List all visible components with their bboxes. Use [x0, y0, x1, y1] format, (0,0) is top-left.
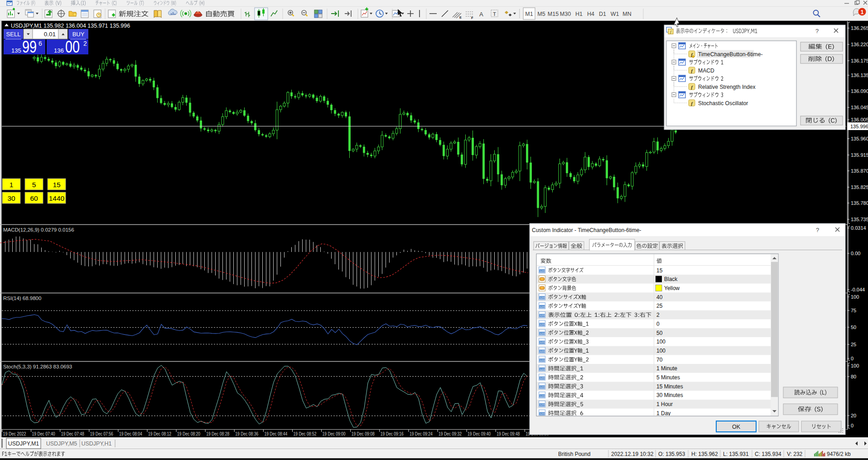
svg-text:MACD(12,26,9) 0.0279 0.0156: MACD(12,26,9) 0.0279 0.0156 — [3, 227, 74, 232]
svg-text:MN: MN — [622, 11, 631, 17]
svg-text:15: 15 — [53, 181, 60, 189]
svg-text:Relative Strength Index: Relative Strength Index — [698, 84, 756, 90]
svg-text:M15: M15 — [548, 11, 559, 17]
svg-text:136.090: 136.090 — [851, 88, 868, 94]
svg-text:2: 2 — [83, 40, 87, 47]
svg-text:123: 123 — [540, 412, 545, 415]
svg-text:123: 123 — [540, 368, 545, 371]
svg-text:123: 123 — [540, 305, 545, 308]
svg-text:1: 1 — [10, 181, 14, 189]
svg-text:123: 123 — [540, 340, 545, 344]
svg-text:25: 25 — [851, 342, 856, 347]
svg-text:136.175: 136.175 — [851, 58, 868, 63]
svg-text:136: 136 — [54, 47, 64, 54]
svg-text:Black: Black — [664, 276, 678, 282]
svg-text:O: 135.953: O: 135.953 — [658, 451, 685, 457]
svg-text:19 Dec 2022: 19 Dec 2022 — [3, 431, 26, 436]
svg-text:H4: H4 — [587, 11, 594, 17]
svg-text:100: 100 — [656, 339, 665, 345]
svg-text:Yellow: Yellow — [664, 285, 680, 291]
svg-text:19 Dec 08:04: 19 Dec 08:04 — [119, 431, 142, 436]
svg-text:Stochastic Oscillator: Stochastic Oscillator — [698, 100, 748, 107]
svg-text:50: 50 — [851, 324, 856, 330]
svg-text:00: 00 — [65, 38, 80, 56]
svg-text:V: 232: V: 232 — [787, 451, 803, 457]
svg-text:135.780: 135.780 — [851, 200, 868, 206]
svg-text:40: 40 — [656, 294, 663, 300]
svg-text:75: 75 — [851, 308, 856, 313]
svg-text:136.005: 136.005 — [851, 117, 868, 122]
svg-text:135.960: 135.960 — [851, 136, 868, 141]
svg-text:M5: M5 — [537, 11, 545, 17]
svg-text:9476/2 kb: 9476/2 kb — [827, 451, 851, 457]
svg-text:0: 0 — [851, 356, 854, 361]
svg-text:123: 123 — [540, 323, 545, 326]
svg-text:60: 60 — [30, 194, 38, 202]
svg-text:136.265: 136.265 — [851, 25, 868, 31]
svg-text:123: 123 — [540, 349, 545, 353]
svg-text:123: 123 — [540, 269, 545, 272]
svg-text:1 Minute: 1 Minute — [656, 365, 677, 372]
svg-text:100: 100 — [851, 363, 859, 368]
svg-text:2: 2 — [656, 312, 660, 318]
svg-text:70: 70 — [656, 357, 663, 363]
svg-text:123: 123 — [540, 296, 545, 299]
svg-text:H1: H1 — [575, 11, 583, 17]
svg-text:SELL: SELL — [6, 31, 21, 38]
svg-text:19 Dec 09:24: 19 Dec 09:24 — [410, 431, 433, 436]
svg-text:USDJPY,H1: USDJPY,H1 — [81, 441, 111, 447]
svg-text:100: 100 — [656, 348, 665, 354]
svg-text:123: 123 — [540, 376, 545, 379]
svg-text:W1: W1 — [611, 11, 619, 17]
svg-text:135.870: 135.870 — [851, 168, 868, 174]
svg-text:E: E — [459, 15, 462, 19]
svg-text:19 Dec 08:44: 19 Dec 08:44 — [264, 431, 287, 436]
svg-text:5: 5 — [32, 181, 36, 189]
svg-text:99: 99 — [22, 38, 37, 56]
svg-text:30 Minutes: 30 Minutes — [656, 392, 683, 398]
svg-text:123: 123 — [540, 394, 545, 397]
svg-text:19 Dec 08:12: 19 Dec 08:12 — [148, 431, 171, 436]
svg-text:MACD: MACD — [698, 68, 714, 74]
svg-text:20: 20 — [851, 413, 856, 418]
svg-text:136.135: 136.135 — [851, 73, 868, 78]
svg-text:100: 100 — [851, 294, 859, 300]
svg-text:6: 6 — [39, 40, 42, 47]
svg-text:0.01: 0.01 — [44, 31, 56, 38]
svg-text:0: 0 — [656, 321, 660, 327]
svg-text:19 Dec 08:28: 19 Dec 08:28 — [206, 431, 229, 436]
svg-text:F: F — [471, 16, 473, 20]
svg-text:RSI(14) 68.9800: RSI(14) 68.9800 — [3, 295, 41, 301]
svg-text:?: ? — [815, 28, 819, 34]
svg-text:USDJPY,M1 135.982 136.004 135: USDJPY,M1 135.982 136.004 135.971 135.99… — [11, 23, 130, 29]
svg-text:80: 80 — [851, 374, 856, 379]
svg-text:C: 135.934: C: 135.934 — [755, 451, 781, 457]
svg-text:136.220: 136.220 — [851, 42, 868, 47]
svg-text:19 Dec 09:00: 19 Dec 09:00 — [323, 431, 346, 436]
svg-text:30: 30 — [7, 194, 15, 202]
svg-text:19 Dec 08:36: 19 Dec 08:36 — [235, 431, 258, 436]
svg-text:19 Dec 09:48: 19 Dec 09:48 — [497, 431, 520, 436]
svg-text:19 Dec 09:08: 19 Dec 09:08 — [352, 431, 375, 436]
svg-text:A: A — [479, 11, 483, 18]
svg-text:135.825: 135.825 — [851, 184, 868, 190]
svg-text:135.996: 135.996 — [850, 124, 868, 129]
svg-text:5 Minutes: 5 Minutes — [656, 374, 680, 381]
svg-text:123: 123 — [540, 358, 545, 362]
svg-text:BUY: BUY — [72, 31, 85, 38]
svg-text:123: 123 — [540, 314, 545, 317]
svg-text:15: 15 — [656, 267, 663, 274]
svg-text:135.735: 135.735 — [851, 217, 868, 222]
svg-text:1 Day: 1 Day — [656, 410, 670, 416]
svg-text:0.0314: 0.0314 — [851, 225, 866, 231]
svg-text:H: 135.962: H: 135.962 — [691, 451, 718, 457]
svg-text:0: 0 — [851, 423, 854, 428]
svg-text:OK: OK — [732, 424, 741, 430]
svg-text:0.00: 0.00 — [851, 251, 860, 256]
svg-text:19 Dec 09:40: 19 Dec 09:40 — [468, 431, 491, 436]
svg-text:?: ? — [816, 227, 819, 233]
svg-text:123: 123 — [540, 403, 545, 406]
svg-text:TimeChangeButton-6time-: TimeChangeButton-6time- — [698, 51, 762, 58]
svg-text:15 Minutes: 15 Minutes — [656, 383, 683, 390]
svg-text:D1: D1 — [599, 11, 606, 17]
